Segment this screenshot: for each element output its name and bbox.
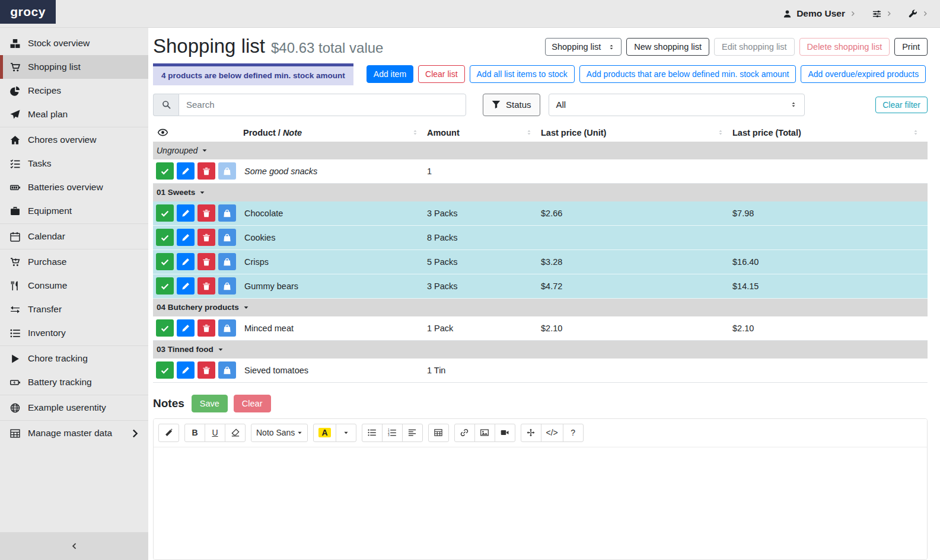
add-products-that-are-below-defined-min-stock-amount-button[interactable]: Add products that are below defined min.… [579, 65, 796, 83]
list-actions: Add itemClear listAdd all list items to … [367, 65, 928, 83]
status-filter-button[interactable]: Status [483, 94, 540, 116]
sort-icon [412, 129, 419, 136]
insert-table-button[interactable] [428, 424, 449, 442]
text-color-button[interactable]: A [313, 424, 336, 442]
row-product-button[interactable] [218, 229, 236, 246]
row-done-button[interactable] [156, 229, 174, 246]
sidebar-item-battery-tracking[interactable]: Battery tracking [0, 370, 148, 394]
shopping-list-select[interactable]: Shopping list [545, 38, 622, 56]
row-product-button[interactable] [218, 162, 236, 180]
group-header-03-tinned-food[interactable]: 03 Tinned food [153, 341, 928, 359]
row-done-button[interactable] [156, 253, 174, 270]
column-header-product[interactable]: Product / Note [243, 128, 427, 137]
notes-clear-button[interactable]: Clear [234, 395, 271, 412]
font-family-button[interactable]: Noto Sans [251, 424, 308, 442]
sidebar-item-label: Meal plan [28, 109, 68, 120]
sidebar-item-shopping-list[interactable]: Shopping list [0, 55, 148, 79]
row-edit-button[interactable] [177, 204, 195, 222]
toggle-done-items-header[interactable] [153, 127, 243, 137]
sidebar-item-label: Battery tracking [28, 377, 92, 388]
column-header-amount[interactable]: Amount [427, 128, 541, 137]
row-delete-button[interactable] [197, 361, 215, 379]
column-header-last-price-total[interactable]: Last price (Total) [732, 128, 928, 137]
search-input[interactable] [179, 94, 466, 116]
sidebar-item-tasks[interactable]: Tasks [0, 152, 148, 175]
edit-shopping-list-button[interactable]: Edit shopping list [714, 38, 795, 56]
price-unit-cell: $4.72 [541, 281, 732, 291]
bold-button[interactable]: B [184, 424, 205, 442]
row-delete-button[interactable] [197, 162, 215, 180]
sidebar-item-meal-plan[interactable]: Meal plan [0, 103, 148, 126]
row-done-button[interactable] [156, 319, 174, 337]
underline-button[interactable]: U [205, 424, 225, 442]
sidebar-item-equipment[interactable]: Equipment [0, 199, 148, 223]
admin-menu[interactable] [909, 9, 928, 18]
sidebar-item-chore-tracking[interactable]: Chore tracking [0, 347, 148, 370]
clear-list-button[interactable]: Clear list [418, 65, 464, 83]
ordered-list-button[interactable]: 123 [382, 424, 403, 442]
row-product-button[interactable] [218, 277, 236, 295]
code-view-button[interactable]: </> [541, 424, 563, 442]
row-edit-button[interactable] [177, 253, 195, 270]
min-stock-notice[interactable]: 4 products are below defined min. stock … [153, 63, 353, 85]
row-product-button[interactable] [218, 253, 236, 270]
user-menu[interactable]: Demo User [783, 8, 856, 19]
group-header-01-sweets[interactable]: 01 Sweets [153, 184, 928, 201]
sidebar-item-example-userentity[interactable]: Example userentity [0, 396, 148, 420]
add-item-button[interactable]: Add item [367, 65, 413, 83]
print-button[interactable]: Print [894, 38, 928, 56]
add-all-list-items-to-stock-button[interactable]: Add all list items to stock [470, 65, 575, 83]
sidebar-item-chores-overview[interactable]: Chores overview [0, 128, 148, 152]
help-button[interactable]: ? [563, 424, 584, 442]
sidebar-item-transfer[interactable]: Transfer [0, 297, 148, 321]
row-done-button[interactable] [156, 204, 174, 222]
status-select[interactable]: All [549, 94, 805, 116]
sidebar-item-recipes[interactable]: Recipes [0, 79, 148, 103]
row-done-button[interactable] [156, 361, 174, 379]
color-picker-button[interactable] [336, 424, 356, 442]
insert-link-button[interactable] [454, 424, 475, 442]
row-product-button[interactable] [218, 361, 236, 379]
sidebar-item-batteries-overview[interactable]: Batteries overview [0, 175, 148, 199]
sidebar-collapse-button[interactable] [0, 532, 148, 560]
sidebar-item-manage-master-data[interactable]: Manage master data [0, 421, 148, 445]
group-header-ungrouped[interactable]: Ungrouped [153, 142, 928, 159]
paragraph-style-button[interactable] [402, 424, 423, 442]
style-button[interactable] [158, 424, 179, 442]
row-product-button[interactable] [218, 319, 236, 337]
row-edit-button[interactable] [177, 277, 195, 295]
row-delete-button[interactable] [197, 319, 215, 337]
unordered-list-button[interactable] [362, 424, 383, 442]
settings-menu[interactable] [872, 9, 892, 18]
page-header: Shopping list$40.63 total value Shopping… [153, 35, 928, 57]
new-shopping-list-button[interactable]: New shopping list [626, 38, 709, 56]
sidebar-item-calendar[interactable]: Calendar [0, 225, 148, 248]
group-header-04-butchery-products[interactable]: 04 Butchery products [153, 299, 928, 316]
editor-content[interactable] [154, 447, 927, 559]
app-logo[interactable]: grocy [0, 0, 56, 24]
sidebar-item-inventory[interactable]: Inventory [0, 321, 148, 345]
add-overdue-expired-products-button[interactable]: Add overdue/expired products [801, 65, 926, 83]
row-done-button[interactable] [156, 277, 174, 295]
sidebar-item-stock-overview[interactable]: Stock overview [0, 31, 148, 55]
column-header-last-price-unit[interactable]: Last price (Unit) [541, 128, 732, 137]
clear-filter-button[interactable]: Clear filter [875, 97, 928, 113]
row-edit-button[interactable] [177, 162, 195, 180]
row-delete-button[interactable] [197, 204, 215, 222]
row-edit-button[interactable] [177, 319, 195, 337]
insert-video-button[interactable] [495, 424, 515, 442]
row-delete-button[interactable] [197, 229, 215, 246]
fullscreen-button[interactable] [521, 424, 541, 442]
notes-save-button[interactable]: Save [192, 395, 228, 412]
row-product-button[interactable] [218, 204, 236, 222]
row-delete-button[interactable] [197, 253, 215, 270]
clear-formatting-button[interactable] [225, 424, 246, 442]
row-edit-button[interactable] [177, 229, 195, 246]
sidebar-item-consume[interactable]: Consume [0, 274, 148, 297]
sidebar-item-purchase[interactable]: Purchase [0, 250, 148, 274]
row-delete-button[interactable] [197, 277, 215, 295]
delete-shopping-list-button[interactable]: Delete shopping list [799, 38, 890, 56]
insert-picture-button[interactable] [474, 424, 495, 442]
row-edit-button[interactable] [177, 361, 195, 379]
row-done-button[interactable] [156, 162, 174, 180]
